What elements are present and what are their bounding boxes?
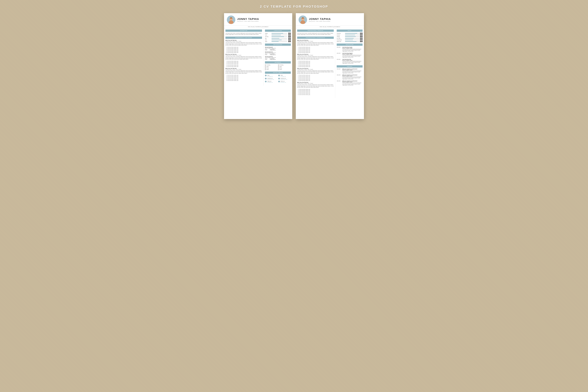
- cv1-check-sport1: [265, 66, 266, 67]
- cv1-interest-grid: Travelling Travelling Sport Sport: [265, 64, 291, 70]
- cv1-social-skype1: S Skype yourskype.com: [265, 75, 278, 77]
- cv2-job-4: Write Your Job Title Here Company Name |…: [297, 82, 334, 95]
- cv1-job2-company: Company Name | Location | 2000 - Present: [226, 55, 262, 56]
- cv2-job3-bullets: Ut enim ad minim veniam, quis Ut enim ad…: [297, 74, 334, 81]
- cv1-job-2: Write Your Job Title Here Company Name |…: [226, 54, 262, 67]
- cv2-education-header: EDUCATION: [337, 44, 362, 46]
- cv1-title: GRAPHIC AND WEB DESIGNER: [237, 21, 290, 22]
- cv1-ref-2: Gerrard Kamuchi Senior Designer Capital …: [265, 52, 291, 55]
- cv1-check-sport2: [278, 66, 279, 67]
- cv2-education-section: EDUCATION 2000-2020 Juel University, Can…: [337, 44, 362, 64]
- cv1-references-section: REFERENCES Gerrard Kamuchi Senior Design…: [265, 44, 291, 60]
- cv1-lang-germany: Germany: [265, 36, 291, 37]
- cv1-experience-header: EXPERIENCE CONTINUED: [226, 36, 262, 39]
- cv2-experience-section: PROFESSIONAL EXPERIENCE Write Your Job T…: [297, 36, 334, 95]
- cv1-job3-title: Write Your Job Title Here: [226, 68, 262, 69]
- cv1-job2-text: Lorem ipsum dolor sit amet, consectetur …: [226, 56, 262, 60]
- cv1-experience-section: EXPERIENCE CONTINUED Write Your Job Titl…: [226, 36, 262, 81]
- cv-container: JONNY TAPHIA GRAPHIC AND WEB DESIGNER St…: [218, 13, 370, 119]
- cv2-left-col: PROFESIONAL PROFILE Lorem ipsum dolor si…: [296, 28, 335, 98]
- cv2-job-1: Write Your Job Title Here Company Name |…: [297, 40, 334, 53]
- cv1-job1-text: Lorem ipsum dolor sit amet, consectetur …: [226, 42, 262, 46]
- cv2-skill-indesign: Indesign: [337, 36, 362, 37]
- cv2-job2-bullets: Ut enim ad minim veniam, quis Ut enim ad…: [297, 60, 334, 67]
- cv1-social-facebook1: f Facebook.com yourfacebook.com: [265, 78, 278, 80]
- cv2-job-2: Write Your Job Title Here Company Name |…: [297, 54, 334, 67]
- svg-rect-3: [230, 19, 232, 20]
- cv1-interest-music2: Music: [278, 69, 291, 70]
- cv2-contact: Street, City, Zip | +0123456123 | yourem…: [296, 26, 364, 28]
- cv2-header-info: JONNY TAPHIA GRAPHIC AND WEB DESIGNER: [309, 18, 361, 22]
- cv1-expertize-text: Lorem ipsum dolor sit amet, consectetur …: [226, 33, 262, 35]
- cv2-skill-list: Photoshop Illustrator: [337, 33, 362, 42]
- cv1-interest-photo2: Photo: [278, 68, 291, 68]
- cv2-experience-header: PROFESSIONAL EXPERIENCE: [297, 36, 334, 39]
- cv1-left-col: EXPERTIZE Lorem ipsum dolor sit amet, co…: [224, 28, 264, 86]
- cv1-twitter-icon1: t: [265, 81, 266, 82]
- cv1-social-facebook2: f Facebook.com yourfacebook.com: [278, 78, 291, 80]
- cv1-job3-company: Company Name | Location | 2000 - Present: [226, 69, 262, 70]
- cv2-job-3: Write Your Job Title Here Company Name |…: [297, 68, 334, 81]
- cv1-right-col: LANGUAGES English Frech: [264, 28, 292, 86]
- cv1-check-travelling2: [278, 64, 279, 66]
- cv1-interest-header: INTEREST: [265, 61, 291, 64]
- cv2-title: GRAPHIC AND WEB DESIGNER: [309, 21, 361, 22]
- cv2-job4-bullets: Ut enim ad minim veniam, quis Ut enim ad…: [297, 89, 334, 95]
- cv2-awards-header: AWARDS: [337, 65, 362, 68]
- cv1-body: EXPERTIZE Lorem ipsum dolor sit amet, co…: [224, 28, 292, 86]
- cv2-skill-header: SKILL: [337, 30, 362, 32]
- cv1-check-photo2: [278, 68, 279, 68]
- cv1-references-header: REFERENCES: [265, 44, 291, 46]
- cv2-edu-2: 2000-2020 Juel University, England Bacel…: [337, 53, 362, 58]
- cv1-job3-bullets: Ut enim ad minim veniam, quis Ut enim ad…: [226, 74, 262, 81]
- cv1-social-section: SOCIAL MEDIA S Skype yourskype.com S: [265, 72, 291, 83]
- cv1-lang-italy: Italy: [265, 38, 291, 39]
- cv-page-1: JONNY TAPHIA GRAPHIC AND WEB DESIGNER St…: [224, 13, 292, 119]
- cv1-name: JONNY TAPHIA: [237, 18, 290, 20]
- cv1-lang-list: English Frech: [265, 33, 291, 42]
- cv1-contact: Street, City, Zip | +0123456123 | yourem…: [224, 26, 292, 28]
- cv2-name: JONNY TAPHIA: [309, 18, 361, 20]
- cv1-job1-bullets: Ut enim ad minim veniam, quis Ut enim ad…: [226, 46, 262, 53]
- cv2-profile-text: Lorem ipsum dolor sit amet, consectetur …: [297, 33, 334, 35]
- cv1-check-music1: [265, 69, 266, 70]
- cv2-skill-msoffice: Ms. Office: [337, 38, 362, 39]
- cv1-job-3: Write Your Job Title Here Company Name |…: [226, 68, 262, 81]
- cv1-interest-photo1: Photo: [265, 68, 278, 68]
- cv2-edu-1: 2000-2020 Juel University, Canada Bacelo…: [337, 47, 362, 52]
- cv1-job1-title: Write Your Job Title Here: [226, 40, 262, 41]
- page-title: 2 CV TEMPLATE FOR PHOTOSHOP: [260, 5, 328, 8]
- cv1-lang-frech: Frech: [265, 34, 291, 36]
- cv2-skill-section: SKILL Photoshop Illustrator: [337, 30, 362, 42]
- cv1-lang-japan: Japan: [265, 41, 291, 42]
- cv2-edu-3: 2000-2020 Juel University, USA Bacelor i…: [337, 59, 362, 64]
- cv1-job2-bullets: Ut enim ad minim veniam, quis Ut enim ad…: [226, 60, 262, 67]
- cv2-award-2: 2000-2020 Write your awards our achievem…: [337, 74, 362, 80]
- cv1-twitter-icon2: t: [278, 81, 280, 82]
- cv1-interest-travelling2: Travelling: [278, 64, 291, 66]
- cv1-interest-music1: Music: [265, 69, 278, 70]
- cv2-body: PROFESIONAL PROFILE Lorem ipsum dolor si…: [296, 28, 364, 98]
- cv1-interest-sport2: Sport: [278, 66, 291, 67]
- cv1-job-1: Write Your Job Title Here Company Name |…: [226, 40, 262, 53]
- cv1-check-music2: [278, 69, 279, 70]
- cv1-social-twitter2: t Twitter.com yourtwitter.com: [278, 81, 291, 83]
- cv1-lang-arab: Arab: [265, 39, 291, 40]
- cv1-header: JONNY TAPHIA GRAPHIC AND WEB DESIGNER: [224, 13, 292, 26]
- cv1-interest-section: INTEREST Travelling Travelling Sport: [265, 61, 291, 70]
- cv1-social-header: SOCIAL MEDIA: [265, 72, 291, 74]
- cv1-expertize-header: EXPERTIZE: [226, 30, 262, 32]
- cv1-expertize-section: EXPERTIZE Lorem ipsum dolor sit amet, co…: [226, 30, 262, 35]
- cv1-skype-icon2: S: [278, 75, 280, 76]
- cv2-right-col: SKILL Photoshop Illustrator: [335, 28, 364, 98]
- cv2-awards-section: AWARDS 2000-2020 Write your awards our a…: [337, 65, 362, 86]
- cv1-interest-sport1: Sport: [265, 66, 278, 67]
- cv1-check-travelling1: [265, 64, 266, 66]
- cv1-header-info: JONNY TAPHIA GRAPHIC AND WEB DESIGNER: [237, 18, 290, 22]
- cv1-social-skype2: S Skype yourslype.com: [278, 75, 291, 77]
- cv-page-2: JONNY TAPHIA GRAPHIC AND WEB DESIGNER St…: [296, 13, 364, 119]
- cv1-ref-1: Gerrard Kamuchi Senior Designer Capital …: [265, 47, 291, 50]
- cv1-job1-company: Company Name | Location | 2000 - Present: [226, 41, 262, 42]
- cv2-header: JONNY TAPHIA GRAPHIC AND WEB DESIGNER: [296, 13, 364, 26]
- cv1-languages-section: LANGUAGES English Frech: [265, 30, 291, 42]
